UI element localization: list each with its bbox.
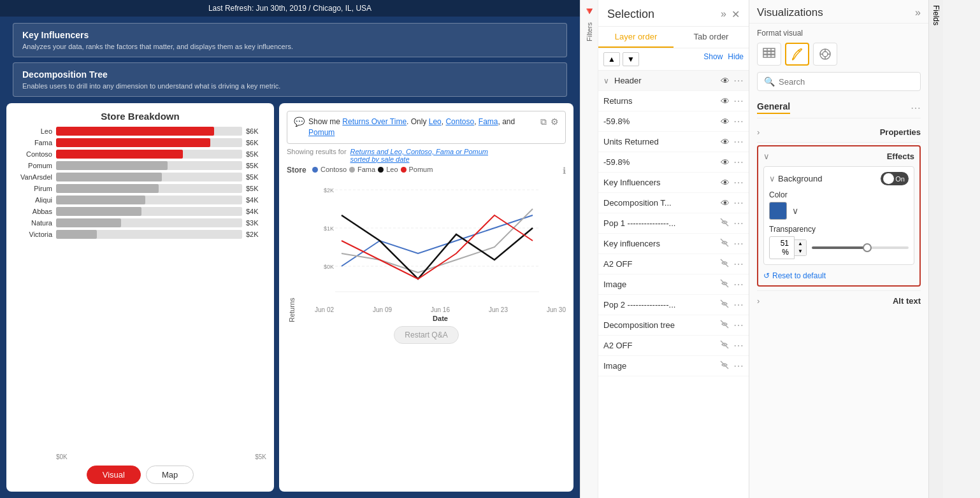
decomposition-tree-card[interactable]: Decomposition Tree Enables users to dril… bbox=[13, 62, 567, 97]
filters-label[interactable]: Filters bbox=[586, 22, 593, 41]
color-dropdown-icon[interactable]: ∨ bbox=[792, 206, 798, 216]
layer-item[interactable]: Image ⋯ bbox=[598, 356, 749, 376]
layer-item[interactable]: Image ⋯ bbox=[598, 274, 749, 295]
layer-more-icon[interactable]: ⋯ bbox=[733, 319, 744, 331]
key-influencers-card[interactable]: Key Influencers Analyzes your data, rank… bbox=[13, 23, 567, 57]
show-btn[interactable]: Show bbox=[703, 52, 723, 66]
layer-item[interactable]: Key influencers ⋯ bbox=[598, 234, 749, 254]
qa-input-box[interactable]: 💬 Show me Returns Over Time. Only Leo, C… bbox=[287, 111, 566, 144]
layer-item[interactable]: Key Influencers 👁 ⋯ bbox=[598, 173, 749, 193]
layer-more-icon[interactable]: ⋯ bbox=[733, 339, 744, 352]
layer-visibility-icon[interactable]: 👁 bbox=[721, 96, 730, 106]
layer-more-icon[interactable]: ⋯ bbox=[733, 95, 744, 107]
svg-point-21 bbox=[823, 52, 828, 57]
svg-rect-16 bbox=[763, 52, 775, 54]
layer-visibility-icon[interactable]: 👁 bbox=[721, 178, 730, 188]
properties-section[interactable]: › Properties bbox=[757, 122, 921, 143]
layer-visibility-icon[interactable]: 👁 bbox=[721, 157, 730, 167]
table-grid-btn[interactable] bbox=[757, 43, 781, 66]
layer-item[interactable]: Units Returned 👁 ⋯ bbox=[598, 132, 749, 152]
visual-tab[interactable]: Visual bbox=[87, 466, 141, 484]
sorted-link[interactable]: sorted by sale date bbox=[350, 155, 410, 163]
layer-more-icon[interactable]: ⋯ bbox=[733, 136, 744, 148]
top-bar: Last Refresh: Jun 30th, 2019 / Chicago, … bbox=[0, 0, 580, 17]
move-up-btn[interactable]: ▲ bbox=[603, 52, 620, 66]
decomp-tree-title: Decomposition Tree bbox=[22, 69, 558, 80]
collapse-icon[interactable]: » bbox=[721, 8, 726, 20]
layer-visibility-icon[interactable]: 👁 bbox=[721, 117, 730, 127]
bar-fill bbox=[56, 196, 145, 204]
layer-item[interactable]: A2 OFF ⋯ bbox=[598, 254, 749, 274]
copy-icon[interactable]: ⧉ bbox=[540, 117, 547, 127]
background-toggle[interactable]: On bbox=[881, 172, 909, 185]
layer-visibility-icon[interactable] bbox=[719, 258, 730, 270]
layer-visibility-icon[interactable] bbox=[719, 319, 730, 331]
bar-value: $5K bbox=[246, 150, 266, 158]
layer-more-icon[interactable]: ⋯ bbox=[733, 176, 744, 189]
transparency-slider-track[interactable] bbox=[812, 241, 909, 254]
layer-item[interactable]: -59.8% 👁 ⋯ bbox=[598, 111, 749, 132]
layer-more-icon[interactable]: ⋯ bbox=[733, 75, 744, 87]
layer-item[interactable]: Returns 👁 ⋯ bbox=[598, 91, 749, 111]
stepper-down-btn[interactable]: ▼ bbox=[795, 248, 806, 255]
toggle-on-label: On bbox=[895, 175, 905, 183]
layer-more-icon[interactable]: ⋯ bbox=[733, 115, 744, 127]
layer-item[interactable]: Decomposition T... 👁 ⋯ bbox=[598, 193, 749, 213]
layer-more-icon[interactable]: ⋯ bbox=[733, 299, 744, 311]
fields-tab[interactable]: Fields bbox=[928, 0, 943, 498]
layer-name: Image bbox=[603, 280, 716, 289]
layer-item[interactable]: ∨ Header 👁 ⋯ bbox=[598, 71, 749, 91]
layer-visibility-icon[interactable] bbox=[719, 278, 730, 290]
search-box[interactable]: 🔍 bbox=[757, 72, 921, 91]
layer-more-icon[interactable]: ⋯ bbox=[733, 197, 744, 209]
color-swatch[interactable] bbox=[769, 202, 787, 220]
layer-visibility-icon[interactable]: 👁 bbox=[721, 137, 730, 147]
map-tab[interactable]: Map bbox=[146, 466, 194, 484]
bar-label: Natura bbox=[14, 219, 52, 227]
close-icon[interactable]: ✕ bbox=[731, 8, 740, 20]
slider-thumb bbox=[863, 243, 872, 252]
layer-item[interactable]: Pop 1 ---------------... ⋯ bbox=[598, 213, 749, 234]
general-more-icon[interactable]: ⋯ bbox=[911, 102, 921, 114]
layer-order-tab[interactable]: Layer order bbox=[598, 27, 674, 48]
move-down-btn[interactable]: ▼ bbox=[623, 52, 639, 66]
layer-visibility-icon[interactable] bbox=[719, 299, 730, 311]
properties-label: Properties bbox=[880, 127, 921, 137]
layer-more-icon[interactable]: ⋯ bbox=[733, 278, 744, 290]
layer-item[interactable]: Pop 2 ---------------... ⋯ bbox=[598, 295, 749, 315]
paint-brush-btn[interactable] bbox=[785, 43, 809, 66]
layer-item[interactable]: A2 OFF ⋯ bbox=[598, 336, 749, 356]
tab-order-tab[interactable]: Tab order bbox=[674, 27, 749, 48]
alt-text-chevron: › bbox=[757, 296, 760, 306]
showing-link[interactable]: Returns and Leo, Contoso, Fama or Pomum bbox=[350, 148, 488, 155]
layer-more-icon[interactable]: ⋯ bbox=[733, 156, 744, 168]
info-icon[interactable]: ℹ bbox=[563, 166, 566, 176]
layer-visibility-icon[interactable] bbox=[719, 360, 730, 372]
viz-expand-icon[interactable]: » bbox=[915, 7, 921, 18]
search-input[interactable] bbox=[779, 77, 914, 87]
layer-more-icon[interactable]: ⋯ bbox=[733, 238, 744, 250]
alt-text-section[interactable]: › Alt text bbox=[757, 290, 921, 311]
restart-qa-button[interactable]: Restart Q&A bbox=[394, 326, 458, 344]
reset-to-default[interactable]: ↺ Reset to default bbox=[763, 271, 914, 280]
layer-item[interactable]: Decomposition tree ⋯ bbox=[598, 315, 749, 336]
layer-more-icon[interactable]: ⋯ bbox=[733, 217, 744, 229]
transparency-input-stepper: 51 % ▲ ▼ bbox=[769, 236, 807, 259]
settings-icon[interactable]: ⚙ bbox=[551, 117, 559, 127]
layer-more-icon[interactable]: ⋯ bbox=[733, 258, 744, 270]
hide-btn[interactable]: Hide bbox=[728, 52, 744, 66]
bar-value: $5K bbox=[246, 185, 266, 192]
qa-showing-text: Showing results for Returns and Leo, Con… bbox=[287, 148, 566, 163]
layer-visibility-icon[interactable] bbox=[719, 238, 730, 250]
analytics-btn[interactable] bbox=[813, 43, 837, 66]
layer-visibility-icon[interactable]: 👁 bbox=[721, 76, 730, 86]
layer-visibility-icon[interactable] bbox=[719, 339, 730, 352]
layer-visibility-icon[interactable]: 👁 bbox=[721, 198, 730, 208]
transparency-unit: % bbox=[782, 248, 789, 257]
stepper-up-btn[interactable]: ▲ bbox=[795, 240, 806, 248]
layer-more-icon[interactable]: ⋯ bbox=[733, 360, 744, 372]
layer-visibility-icon[interactable] bbox=[719, 217, 730, 229]
reset-label: Reset to default bbox=[772, 271, 826, 280]
bar-label: VanArsdel bbox=[14, 173, 52, 181]
layer-item[interactable]: -59.8% 👁 ⋯ bbox=[598, 152, 749, 173]
